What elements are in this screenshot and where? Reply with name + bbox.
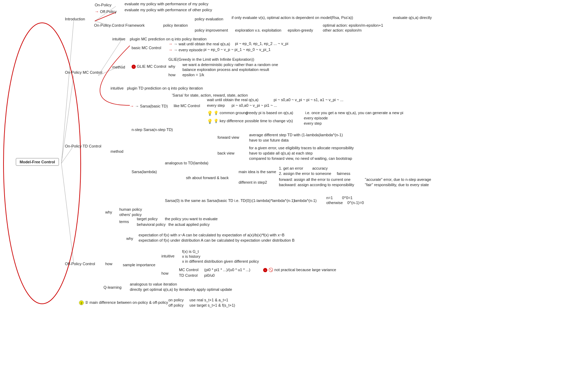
- off-policy-label: Off-Policy: [100, 9, 116, 14]
- policy-eval-detail: if only evaluate v(s), optimal action is…: [232, 15, 353, 20]
- pi-ep-node: pi ~ ep_0, ep_1, ep_2 ... ~ v_pi: [235, 41, 288, 46]
- basic-mc-node: basic MC Control: [132, 46, 161, 50]
- common-ground-label: 💡 common ground: [214, 111, 248, 115]
- nstep-sarsa-node: n-step Sarsa(n-step TD): [132, 127, 173, 132]
- glie-full-node: GLIE(Greedy in the Limit with Infinite E…: [168, 57, 254, 61]
- policy-eval-node: policy evaluation: [195, 17, 223, 21]
- how-si-label: how: [161, 271, 168, 275]
- fair-resp-label: "fair" responsibility, due to every stat…: [365, 183, 429, 187]
- forward-assign-node: forward: assign all the error to current…: [279, 177, 350, 182]
- future-data-label: have to use future data: [249, 138, 289, 142]
- svg-line-3: [61, 163, 74, 263]
- key-diff-node: 💡 💡 key difference: [207, 119, 243, 124]
- policy-eval-detail2-label: evaluate q(s,a) directly: [393, 15, 432, 20]
- mc-formula-label: (pi0 * pi1 * ...)/(u0 * u1 * ...): [204, 268, 250, 272]
- not-practical-label: 🚫 not practical because large variance: [268, 268, 336, 272]
- n1-val-node: 0^0=1: [342, 196, 353, 200]
- exp-fx2-label: expectation of f(x) under distribution A…: [139, 238, 295, 242]
- on-policy-td-node: On-Policy TD Control: [65, 144, 101, 148]
- fx-gt-node: f(x) is G_t: [182, 249, 199, 254]
- how-si-node: how: [161, 271, 168, 275]
- x-history-label: x is history: [182, 254, 200, 259]
- wait-real-label: → wait until obtain the real q(s,a): [174, 42, 230, 46]
- sample-imp-label: sample importance: [123, 263, 155, 267]
- glie-epsilon-node: epsilon = 1/k: [182, 73, 204, 77]
- off-policy-eval: evaluate my policy with performance of o…: [125, 8, 212, 12]
- root-node: Model-Free Control: [16, 158, 59, 166]
- method-mc-node: method: [112, 65, 125, 69]
- ocf-node: On-Policy Control Framework: [94, 23, 145, 27]
- why-off-label: why: [105, 210, 112, 214]
- pi-ep0-label: pi ~ ep_0 ~ v_p ~ pi_1 ~ ep_0 ~ v_pi_1: [203, 47, 270, 52]
- lambda-formula-label: (1-lambda)*lambda^(n-1): [252, 198, 295, 203]
- off-policy-ctrl-label: Off-Policy Control: [65, 262, 95, 266]
- plugin-td-label: plugin TD prediction on q into policy it…: [127, 86, 203, 90]
- svg-line-0: [61, 21, 74, 163]
- arrow-right-icon: →: [95, 9, 99, 14]
- diff-step2-label: different in step2: [239, 180, 267, 184]
- like-mc-node: like MC Control: [174, 104, 200, 108]
- back-view-node: back view: [218, 151, 234, 155]
- exp-fx-node: expectation of f(x) with x~A can be calc…: [139, 233, 285, 237]
- on-policy-eval-label: evaluate my policy with performance of m…: [125, 2, 208, 6]
- sarsa-basic-label: → Sarsa(basic TD): [135, 104, 168, 108]
- update-all-node: have to update all q(s,a) at each step: [249, 151, 313, 155]
- on-policy-use-node: use real s_t+1 & a_t+1: [189, 298, 228, 302]
- otherwise-label: otherwise: [326, 201, 343, 205]
- update-all-label: have to update all q(s,a) at each step: [249, 151, 313, 155]
- policy-iter-node: policy iteration: [163, 23, 188, 27]
- ocf-label: On-Policy Control Framework: [94, 23, 145, 27]
- pi-s0a0-node: pi ~ s0,a0 ~ v_pi ~ pi ~ s1, a1 ~ v_pi ~…: [274, 98, 343, 102]
- otherwise-val-label: 0^(n-1)=0: [347, 201, 364, 205]
- q-learning-node: Q-learning: [103, 285, 121, 289]
- glie-epsilon-label: epsilon = 1/k: [182, 73, 204, 77]
- why-off2-node: why: [126, 236, 133, 241]
- behavioral-eval-label: the actual applied policy: [168, 222, 209, 227]
- method-td-label: method: [111, 149, 123, 153]
- sth-fwd-back-label: sth about forward & back: [186, 176, 229, 180]
- n1-label: n=1: [326, 196, 333, 200]
- off-policy-ctrl-node: Off-Policy Control: [65, 262, 95, 266]
- intro-label: Introduction: [65, 17, 85, 21]
- every-episode-node: → → every episode: [168, 47, 203, 52]
- analogous-td-node: analogous to TD(lambda): [165, 161, 208, 165]
- glie-mc-node: − GLIE MC Control: [132, 64, 166, 69]
- main-diff-label: ② main difference between on-policy & of…: [85, 300, 168, 305]
- on-policy-td-label: On-Policy TD Control: [65, 144, 101, 148]
- fx-gt-label: f(x) is G_t: [182, 249, 199, 254]
- glie-full-label: GLIE(Greedy in the Limit with Infinite E…: [168, 57, 254, 61]
- accurate-err-label: "accurate" error, due to n-step average: [365, 177, 431, 182]
- n1-node: n=1: [326, 196, 333, 200]
- fair-resp-node: "fair" responsibility, due to every stat…: [365, 183, 429, 187]
- root-label: Model-Free Control: [16, 158, 59, 166]
- pi-s0a0-label: pi ~ s0,a0 ~ v_pi ~ pi ~ s1, a1 ~ v_pi ~…: [274, 98, 343, 102]
- sarsa-lambda-node: Sarsa(lambda): [132, 170, 157, 174]
- analogous-td-label: analogous to TD(lambda): [165, 161, 208, 165]
- lambda-n1-label: lambda^(n-1): [294, 198, 316, 203]
- lambda-n1-node: lambda^(n-1): [294, 198, 316, 203]
- arrow-right-icon2: →: [168, 41, 173, 46]
- backward-assign-node: backward: assign according to responsibi…: [279, 183, 354, 187]
- off-policy-diff-node: off policy: [168, 303, 183, 307]
- get-error-node: 1. get an error: [279, 166, 303, 170]
- fairness-node: fairness: [337, 171, 350, 176]
- on-policy-mc-label: On-Policy MC Control: [65, 70, 102, 74]
- directly-get-label: directly get optimal q(s,a) by iterative…: [130, 287, 232, 292]
- intuitive-si-label: intuitive: [161, 254, 174, 258]
- plugin-td-node: plugin TD prediction on q into policy it…: [127, 86, 203, 90]
- get-error-label: 1. get an error: [279, 166, 303, 170]
- arrow-red-icon: →: [130, 104, 134, 109]
- every-step-node: every step: [207, 103, 225, 107]
- future-data-node: have to use future data: [249, 138, 289, 142]
- sample-imp-node: sample importance: [123, 263, 155, 267]
- terms-node: terms: [119, 220, 129, 224]
- main-diff-node: 2 ② main difference between on-policy & …: [79, 300, 168, 305]
- sarsa0-same-node: Sarsa(0) is the same as Sarsa(basic TD i…: [165, 198, 252, 203]
- possible-time-label: possible time to change v(s): [245, 119, 293, 123]
- mc-control-label: MC Control: [179, 268, 199, 272]
- policy-improve-label: policy improvement: [195, 28, 228, 32]
- behavioral-eval-node: the actual applied policy: [168, 222, 209, 227]
- policy-eval-detail-label: if only evaluate v(s), optimal action is…: [232, 15, 353, 20]
- td-formula-node: pi0/u0: [204, 273, 215, 277]
- glie-why-node: why: [168, 64, 175, 68]
